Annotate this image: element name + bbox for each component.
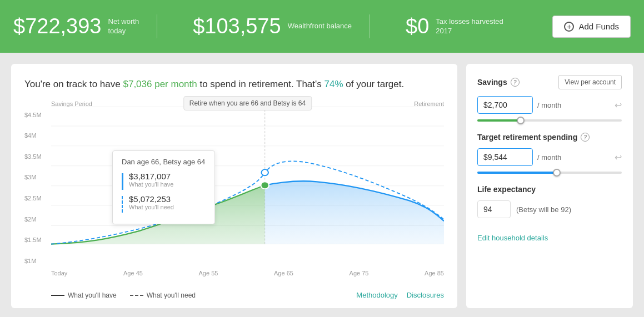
chart-panel: You're on track to have $7,036 per month… <box>11 64 457 308</box>
net-worth-label: Net worth today <box>108 17 139 36</box>
tooltip-need-value: $5,072,253 <box>129 194 174 204</box>
target-slider-thumb[interactable] <box>553 169 561 177</box>
chart-svg: Retire when you are 66 and Betsy is 64 D… <box>51 106 444 265</box>
percent-on-track: 74% <box>325 79 343 89</box>
betsy-age-label: (Betsy will be 92) <box>516 205 571 214</box>
legend-have: What you'll have <box>51 291 117 299</box>
legend-need: What you'll need <box>130 291 196 299</box>
target-title-row: Target retirement spending ? <box>477 133 622 142</box>
savings-slider-thumb[interactable] <box>517 117 525 124</box>
legend-links: Methodology Disclosures <box>356 291 444 299</box>
target-input[interactable] <box>477 148 533 166</box>
chart-legend: What you'll have What you'll need Method… <box>24 291 444 299</box>
savings-slider[interactable] <box>477 119 622 122</box>
target-reset-icon[interactable]: ↩ <box>615 152 622 163</box>
wealthfront-value: $103,575 <box>193 14 281 38</box>
methodology-link[interactable]: Methodology <box>356 291 397 299</box>
view-per-account-button[interactable]: View per account <box>558 75 622 89</box>
life-input[interactable] <box>477 200 511 218</box>
tooltip-have-bar <box>122 173 123 190</box>
savings-reset-icon[interactable]: ↩ <box>615 100 622 110</box>
tooltip-title: Dan age 66, Betsy age 64 <box>122 158 206 166</box>
life-expectancy-section: Life expectancy (Betsy will be 92) <box>477 185 622 218</box>
tax-losses-label: Tax losses harvested 2017 <box>436 17 513 36</box>
monthly-amount: $7,036 per month <box>123 79 197 89</box>
tax-losses-value: $0 <box>406 14 429 38</box>
savings-input-row: / month ↩ <box>477 96 622 114</box>
savings-input[interactable] <box>477 96 533 114</box>
savings-title-row: Savings ? View per account <box>477 75 622 89</box>
y-axis-labels: $4.5M $4M $3.5M $3M $2.5M $2M $1.5M $1M <box>24 112 47 265</box>
target-input-row: / month ↩ <box>477 148 622 166</box>
life-title: Life expectancy <box>477 185 536 194</box>
disclosures-link[interactable]: Disclosures <box>407 291 444 299</box>
target-title: Target retirement spending <box>477 133 577 142</box>
edit-household-link[interactable]: Edit household details <box>477 234 548 242</box>
target-section: Target retirement spending ? / month ↩ <box>477 133 622 174</box>
target-per-month: / month <box>537 153 610 162</box>
target-slider-fill <box>477 172 557 174</box>
savings-section: Savings ? View per account / month ↩ <box>477 75 622 122</box>
tooltip-have-row: $3,817,007 What you'll have <box>122 172 206 190</box>
tax-losses-section: $0 Tax losses harvested 2017 <box>388 14 531 38</box>
net-worth-section: $722,393 Net worth today <box>13 14 157 38</box>
savings-title: Savings <box>477 78 507 87</box>
life-title-row: Life expectancy <box>477 185 622 194</box>
chart-headline: You're on track to have $7,036 per month… <box>24 77 444 92</box>
tooltip-need-row: $5,072,253 What you'll need <box>122 194 206 213</box>
svg-point-9 <box>261 169 268 175</box>
legend-solid-icon <box>51 295 64 296</box>
tooltip-have-value: $3,817,007 <box>129 172 173 181</box>
wealthfront-label: Wealthfront balance <box>288 22 352 31</box>
x-axis-labels: Today Age 45 Age 55 Age 65 Age 75 Age 85 <box>51 270 444 276</box>
target-slider[interactable] <box>477 172 622 174</box>
net-worth-value: $722,393 <box>13 14 102 38</box>
legend-dashed-icon <box>130 295 143 296</box>
sidebar-panel: Savings ? View per account / month ↩ <box>466 64 633 308</box>
tooltip-need-bar <box>122 196 123 213</box>
plus-circle-icon: + <box>564 22 574 32</box>
savings-per-month: / month <box>537 101 610 109</box>
tooltip-have-label: What you'll have <box>129 181 173 188</box>
wealthfront-section: $103,575 Wealthfront balance <box>175 14 370 38</box>
tooltip-need-label: What you'll need <box>129 204 174 210</box>
add-funds-button[interactable]: + Add Funds <box>552 16 631 38</box>
target-help-icon[interactable]: ? <box>581 133 590 142</box>
main-content: You're on track to have $7,036 per month… <box>0 53 644 317</box>
chart-area: Savings Period Retirement $4.5M $4M $3.5… <box>24 100 444 287</box>
savings-help-icon[interactable]: ? <box>511 78 520 87</box>
header: $722,393 Net worth today $103,575 Wealth… <box>0 0 644 53</box>
savings-slider-fill <box>477 119 521 122</box>
svg-point-10 <box>261 182 269 189</box>
life-expectancy-row: (Betsy will be 92) <box>477 200 622 218</box>
chart-tooltip: Dan age 66, Betsy age 64 $3,817,007 What… <box>112 150 215 224</box>
